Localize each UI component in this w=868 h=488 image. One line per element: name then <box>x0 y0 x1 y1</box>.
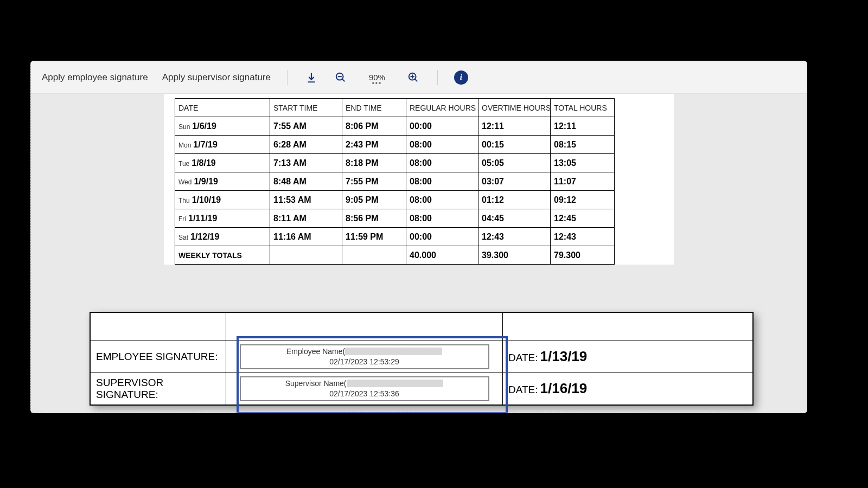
employee-signature-stamp: Employee Name(en.onboarding.gropocityfox… <box>240 344 489 369</box>
supervisor-signature-row: SUPERVISOR SIGNATURE: Supervisor Name(en… <box>91 373 753 404</box>
cell-end: 8:06 PM <box>342 117 406 136</box>
download-icon[interactable] <box>304 70 319 85</box>
cell-total: 09:12 <box>551 191 615 209</box>
totals-overtime: 39.300 <box>478 246 551 265</box>
table-header-row: DATE START TIME END TIME REGULAR HOURS O… <box>175 99 615 117</box>
cell-start: 6:28 AM <box>270 136 342 154</box>
document-page: DATE START TIME END TIME REGULAR HOURS O… <box>164 94 674 265</box>
cell-date: Tue1/8/19 <box>175 154 270 172</box>
cell-total: 12:11 <box>551 117 615 136</box>
employee-signature-date: DATE:1/13/19 <box>503 341 753 373</box>
weekly-totals-row: WEEKLY TOTALS40.00039.30079.300 <box>175 246 615 265</box>
cell-date: Mon1/7/19 <box>175 136 270 154</box>
cell-date: Wed1/9/19 <box>175 172 270 191</box>
table-row <box>91 313 753 341</box>
cell-end: 11:59 PM <box>342 228 406 246</box>
table-row: Sat1/12/1911:16 AM11:59 PM00:0012:4312:4… <box>175 228 615 246</box>
apply-employee-signature-button[interactable]: Apply employee signature <box>42 72 148 83</box>
employee-signature-label: EMPLOYEE SIGNATURE: <box>91 341 226 373</box>
supervisor-signature-label: SUPERVISOR SIGNATURE: <box>91 373 226 404</box>
cell-regular: 08:00 <box>406 154 478 172</box>
cell-total: 13:05 <box>551 154 615 172</box>
cell-overtime: 05:05 <box>478 154 551 172</box>
totals-label: WEEKLY TOTALS <box>175 246 270 265</box>
cell-overtime: 01:12 <box>478 191 551 209</box>
zoom-out-icon[interactable] <box>333 70 348 85</box>
toolbar-divider <box>437 70 438 85</box>
signature-table: EMPLOYEE SIGNATURE: Employee Name(en.onb… <box>90 312 753 405</box>
cell-end: 8:56 PM <box>342 209 406 228</box>
info-icon[interactable]: i <box>454 70 468 85</box>
cell-regular: 08:00 <box>406 209 478 228</box>
signature-callout: EMPLOYEE SIGNATURE: Employee Name(en.onb… <box>90 312 754 406</box>
more-icon[interactable]: ••• <box>362 80 392 87</box>
supervisor-signature-stamp: Supervisor Name(en.onboarding.gropocityf… <box>240 376 489 401</box>
cell-overtime: 04:45 <box>478 209 551 228</box>
table-row: Wed1/9/198:48 AM7:55 PM08:0003:0711:07 <box>175 172 615 191</box>
cell-date: Sat1/12/19 <box>175 228 270 246</box>
zoom-level[interactable]: 90% ••• <box>362 73 392 82</box>
cell-date: Sun1/6/19 <box>175 117 270 136</box>
table-row: Fri1/11/198:11 AM8:56 PM08:0004:4512:45 <box>175 209 615 228</box>
cell-total: 11:07 <box>551 172 615 191</box>
cell-start: 11:53 AM <box>270 191 342 209</box>
cell-total: 08:15 <box>551 136 615 154</box>
col-total: TOTAL HOURS <box>551 99 615 117</box>
totals-regular: 40.000 <box>406 246 478 265</box>
cell-overtime: 12:11 <box>478 117 551 136</box>
toolbar-divider <box>287 70 288 85</box>
cell-regular: 08:00 <box>406 191 478 209</box>
employee-signature-field[interactable]: Employee Name(en.onboarding.gropocityfox… <box>226 341 503 373</box>
cell-date: Fri1/11/19 <box>175 209 270 228</box>
cell-regular: 08:00 <box>406 136 478 154</box>
cell-end: 7:55 PM <box>342 172 406 191</box>
employee-signature-row: EMPLOYEE SIGNATURE: Employee Name(en.onb… <box>91 341 753 373</box>
table-row: Tue1/8/197:13 AM8:18 PM08:0005:0513:05 <box>175 154 615 172</box>
cell-regular: 08:00 <box>406 172 478 191</box>
cell-start: 7:55 AM <box>270 117 342 136</box>
toolbar: Apply employee signature Apply superviso… <box>31 61 807 94</box>
totals-total: 79.300 <box>551 246 615 265</box>
supervisor-signature-field[interactable]: Supervisor Name(en.onboarding.gropocityf… <box>226 373 503 404</box>
table-row: Mon1/7/196:28 AM2:43 PM08:0000:1508:15 <box>175 136 615 154</box>
cell-start: 8:48 AM <box>270 172 342 191</box>
cell-end: 8:18 PM <box>342 154 406 172</box>
cell-start: 8:11 AM <box>270 209 342 228</box>
timesheet-table: DATE START TIME END TIME REGULAR HOURS O… <box>175 98 615 265</box>
cell-overtime: 12:43 <box>478 228 551 246</box>
col-regular: REGULAR HOURS <box>406 99 478 117</box>
supervisor-signature-date: DATE:1/16/19 <box>503 373 753 404</box>
apply-supervisor-signature-button[interactable]: Apply supervisor signature <box>162 72 271 83</box>
cell-regular: 00:00 <box>406 117 478 136</box>
cell-date: Thu1/10/19 <box>175 191 270 209</box>
cell-start: 7:13 AM <box>270 154 342 172</box>
col-start: START TIME <box>270 99 342 117</box>
cell-start: 11:16 AM <box>270 228 342 246</box>
document-viewport[interactable]: DATE START TIME END TIME REGULAR HOURS O… <box>31 94 807 413</box>
cell-overtime: 00:15 <box>478 136 551 154</box>
zoom-in-icon[interactable] <box>406 70 421 85</box>
cell-total: 12:43 <box>551 228 615 246</box>
cell-end: 9:05 PM <box>342 191 406 209</box>
col-end: END TIME <box>342 99 406 117</box>
cell-regular: 00:00 <box>406 228 478 246</box>
cell-overtime: 03:07 <box>478 172 551 191</box>
cell-total: 12:45 <box>551 209 615 228</box>
cell-end: 2:43 PM <box>342 136 406 154</box>
app-frame: Apply employee signature Apply superviso… <box>30 61 807 413</box>
col-date: DATE <box>175 99 270 117</box>
table-row: Thu1/10/1911:53 AM9:05 PM08:0001:1209:12 <box>175 191 615 209</box>
table-row: Sun1/6/197:55 AM8:06 PM00:0012:1112:11 <box>175 117 615 136</box>
col-overtime: OVERTIME HOURS <box>478 99 551 117</box>
